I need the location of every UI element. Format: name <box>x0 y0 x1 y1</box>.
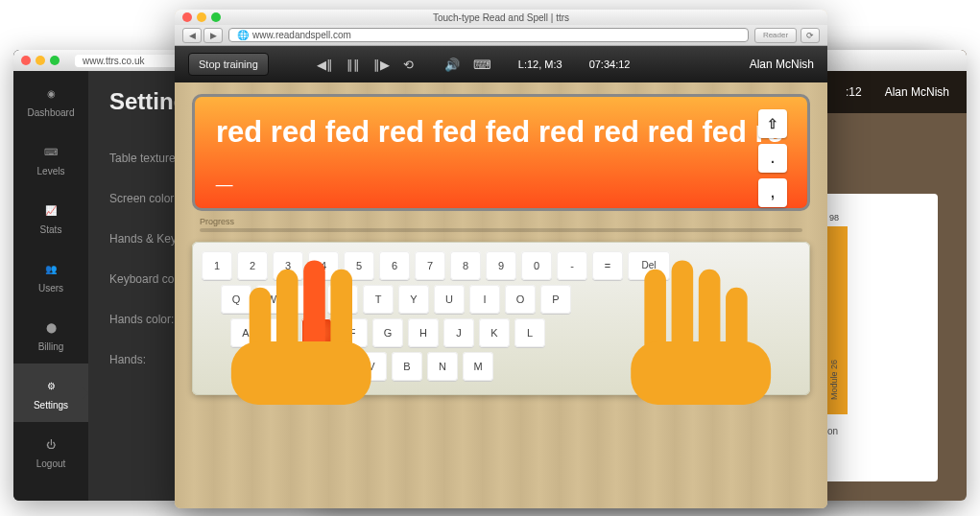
shift-hint-button[interactable]: ⇧ <box>758 109 787 138</box>
gear-icon: ⚙ <box>40 375 61 396</box>
sidebar-item-label: Stats <box>40 224 62 235</box>
repeat-icon[interactable]: ⟲ <box>403 58 414 72</box>
key-9[interactable]: 9 <box>486 251 516 280</box>
sidebar: ◉ Dashboard ⌨ Levels 📈 Stats 👥 Users ⬤ B… <box>13 71 88 501</box>
close-icon[interactable] <box>182 12 192 22</box>
key-t[interactable]: T <box>363 285 394 314</box>
key-h[interactable]: H <box>408 318 439 347</box>
key-8[interactable]: 8 <box>450 251 481 280</box>
window-titlebar: Touch-type Read and Spell | ttrs <box>175 10 827 25</box>
key-k[interactable]: K <box>479 318 510 347</box>
sidebar-item-users[interactable]: 👥 Users <box>13 246 88 305</box>
key--[interactable]: - <box>557 251 587 280</box>
key-p[interactable]: P <box>540 285 571 314</box>
key-c[interactable]: C <box>321 352 351 381</box>
maximize-icon[interactable] <box>50 56 60 65</box>
traffic-lights <box>182 12 221 22</box>
url-input[interactable]: 🌐 www.readandspell.com <box>228 28 749 42</box>
key-0[interactable]: 0 <box>521 251 552 280</box>
key-n[interactable]: N <box>427 352 458 381</box>
url-text: www.readandspell.com <box>252 30 351 40</box>
level-text: L:12, M:3 <box>518 59 562 70</box>
progress-bar <box>200 228 802 232</box>
maximize-icon[interactable] <box>211 12 221 22</box>
key-1[interactable]: 1 <box>202 251 232 280</box>
sidebar-item-logout[interactable]: ⏻ Logout <box>13 422 88 481</box>
key-z[interactable]: Z <box>250 352 280 381</box>
key-=[interactable]: = <box>592 251 623 280</box>
key-a[interactable]: A <box>230 318 261 347</box>
key-i[interactable]: I <box>469 285 500 314</box>
user-name: Alan McNish <box>885 85 949 99</box>
refresh-button[interactable]: ⟳ <box>801 28 820 43</box>
stop-training-button[interactable]: Stop training <box>188 53 269 76</box>
app-toolbar: Stop training ◀∥ ∥∥ ∥▶ ⟲ 🔊 ⌨ L:12, M:3 0… <box>175 46 827 82</box>
key-6[interactable]: 6 <box>379 251 410 280</box>
key-s[interactable]: S <box>266 318 297 347</box>
volume-icon[interactable]: 🔊 <box>444 58 460 72</box>
power-icon: ⏻ <box>40 434 61 455</box>
sidebar-item-label: Levels <box>37 166 65 176</box>
chart-icon: 📈 <box>40 199 61 221</box>
level-indicator: :12 <box>846 85 862 99</box>
key-del[interactable]: Del <box>628 251 670 280</box>
key-f[interactable]: F <box>337 318 368 347</box>
key-m[interactable]: M <box>463 352 493 381</box>
key-y[interactable]: Y <box>398 285 429 314</box>
key-hints: ⇧ . , <box>758 109 787 207</box>
key-5[interactable]: 5 <box>344 251 374 280</box>
traffic-lights <box>21 56 60 65</box>
minimize-icon[interactable] <box>36 56 45 65</box>
key-o[interactable]: O <box>505 285 536 314</box>
sidebar-item-levels[interactable]: ⌨ Levels <box>13 129 88 188</box>
key-q[interactable]: Q <box>221 285 251 314</box>
training-window: Touch-type Read and Spell | ttrs ◀ ▶ 🌐 w… <box>175 10 827 508</box>
url-bar: ◀ ▶ 🌐 www.readandspell.com Reader ⟳ <box>175 25 827 46</box>
user-name: Alan McNish <box>750 58 814 71</box>
key-v[interactable]: V <box>356 352 387 381</box>
rewind-icon[interactable]: ◀∥ <box>317 58 333 72</box>
key-g[interactable]: G <box>372 318 403 347</box>
sidebar-item-label: Users <box>38 283 63 293</box>
cursor: _ <box>216 152 232 193</box>
key-b[interactable]: B <box>392 352 422 381</box>
gauge-icon: ◉ <box>40 82 61 104</box>
key-7[interactable]: 7 <box>415 251 445 280</box>
reader-button[interactable]: Reader <box>754 28 797 43</box>
on-screen-keyboard: 1234567890-=Del QWERTYUIOP ASDFGHJKL ZXC… <box>192 242 810 395</box>
key-j[interactable]: J <box>443 318 474 347</box>
key-e[interactable]: E <box>292 285 323 314</box>
key-4[interactable]: 4 <box>308 251 339 280</box>
users-icon: 👥 <box>40 258 61 279</box>
sidebar-item-dashboard[interactable]: ◉ Dashboard <box>13 71 88 129</box>
key-3[interactable]: 3 <box>273 251 303 280</box>
sidebar-item-label: Settings <box>34 400 68 410</box>
minimize-icon[interactable] <box>197 12 206 22</box>
comma-hint-button[interactable]: , <box>758 178 787 207</box>
sidebar-item-label: Logout <box>36 458 66 469</box>
keyboard-icon: ⌨ <box>40 141 61 162</box>
forward-button[interactable]: ▶ <box>203 28 223 43</box>
key-u[interactable]: U <box>434 285 465 314</box>
key-w[interactable]: W <box>256 285 287 314</box>
close-icon[interactable] <box>21 56 31 65</box>
sidebar-item-label: Billing <box>38 341 64 352</box>
progress-label: Progress <box>200 217 810 226</box>
sidebar-item-billing[interactable]: ⬤ Billing <box>13 305 88 364</box>
typed-text: red red fed red fed fed red red red fed … <box>216 115 783 149</box>
key-2[interactable]: 2 <box>237 251 268 280</box>
keyboard-toggle-icon[interactable]: ⌨ <box>473 58 491 72</box>
pause-icon[interactable]: ∥∥ <box>347 58 360 72</box>
billing-icon: ⬤ <box>40 317 61 338</box>
key-d[interactable]: D <box>301 318 332 347</box>
sidebar-item-settings[interactable]: ⚙ Settings <box>13 364 88 422</box>
timer-text: 07:34:12 <box>589 59 631 70</box>
back-button[interactable]: ◀ <box>182 28 202 43</box>
forward-icon[interactable]: ∥▶ <box>373 58 390 72</box>
sidebar-item-stats[interactable]: 📈 Stats <box>13 188 88 246</box>
key-l[interactable]: L <box>514 318 545 347</box>
sidebar-item-label: Dashboard <box>28 107 75 118</box>
period-hint-button[interactable]: . <box>758 144 787 173</box>
key-x[interactable]: X <box>285 352 316 381</box>
key-r[interactable]: R <box>327 285 358 314</box>
